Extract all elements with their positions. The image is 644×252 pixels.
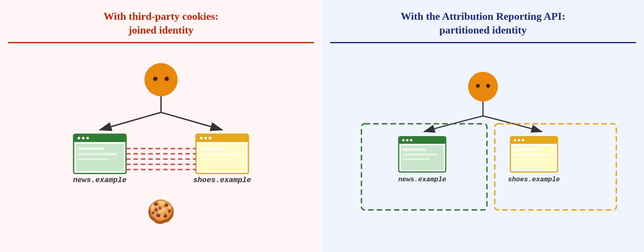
left-shoes-label: shoes.example xyxy=(193,176,251,185)
svg-rect-43 xyxy=(511,136,557,143)
svg-rect-41 xyxy=(402,158,430,160)
svg-point-46 xyxy=(522,139,524,141)
svg-point-36 xyxy=(406,139,409,141)
svg-point-7 xyxy=(82,136,85,139)
person-head-left xyxy=(144,63,178,96)
svg-point-8 xyxy=(86,136,89,139)
svg-point-28 xyxy=(476,84,480,88)
svg-point-6 xyxy=(78,136,80,139)
svg-rect-40 xyxy=(402,153,438,155)
svg-rect-10 xyxy=(78,147,104,149)
svg-point-37 xyxy=(410,139,413,141)
svg-rect-14 xyxy=(196,134,248,142)
left-title: With third-party cookies: joined identit… xyxy=(104,10,218,37)
left-diagram: news.example shoes.example 🍪 xyxy=(8,50,314,244)
svg-rect-50 xyxy=(515,158,542,160)
right-diagram: news.example shoes.example xyxy=(330,50,636,244)
svg-point-17 xyxy=(209,136,211,139)
svg-rect-21 xyxy=(200,158,231,160)
svg-rect-20 xyxy=(200,153,239,155)
right-title-line2: partitioned identity xyxy=(401,23,566,37)
right-news-label: news.example xyxy=(398,176,446,183)
svg-point-44 xyxy=(514,139,517,141)
svg-rect-39 xyxy=(402,148,426,151)
right-shoes-label: shoes.example xyxy=(508,176,560,183)
svg-point-0 xyxy=(153,76,158,81)
svg-rect-49 xyxy=(515,153,550,155)
left-news-label: news.example xyxy=(73,176,127,185)
svg-point-45 xyxy=(518,139,520,141)
svg-rect-34 xyxy=(399,136,446,143)
right-title: With the Attribution Reporting API: part… xyxy=(401,10,566,37)
svg-rect-11 xyxy=(78,153,117,155)
right-panel: With the Attribution Reporting API: part… xyxy=(322,0,644,252)
left-title-line1: With third-party cookies: xyxy=(104,10,218,23)
left-title-line2: joined identity xyxy=(104,23,218,37)
person-head-right xyxy=(468,71,498,101)
svg-rect-19 xyxy=(200,147,227,149)
left-panel: With third-party cookies: joined identit… xyxy=(0,0,322,252)
svg-point-16 xyxy=(204,136,207,139)
svg-point-15 xyxy=(200,136,202,139)
cookie-icon: 🍪 xyxy=(147,197,176,225)
svg-rect-12 xyxy=(78,158,109,160)
svg-point-29 xyxy=(486,84,490,88)
right-divider xyxy=(330,42,636,43)
svg-rect-48 xyxy=(515,148,538,151)
right-title-line1: With the Attribution Reporting API: xyxy=(401,10,566,23)
left-divider xyxy=(8,42,314,43)
svg-rect-5 xyxy=(74,134,126,142)
svg-point-35 xyxy=(402,139,405,141)
svg-point-1 xyxy=(165,76,169,81)
